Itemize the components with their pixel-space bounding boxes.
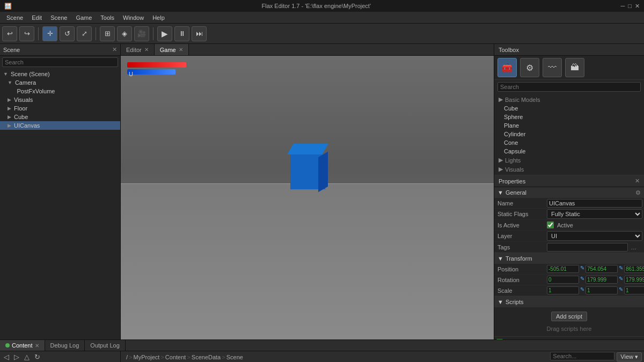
toolbox-item-sphere[interactable]: Sphere: [494, 113, 644, 121]
rot-z-input[interactable]: [624, 276, 644, 284]
scene-panel-close[interactable]: ✕: [112, 46, 117, 53]
breadcrumb-scene[interactable]: Scene: [226, 354, 243, 360]
content-view-button[interactable]: View ▾: [617, 352, 642, 361]
toolbar-step[interactable]: ⏭: [192, 26, 207, 41]
toolbar-snap[interactable]: ◈: [117, 26, 132, 41]
layer-dropdown[interactable]: UI: [547, 231, 642, 241]
scale-z-input[interactable]: [624, 286, 644, 294]
toolbar-undo[interactable]: ↩: [2, 26, 17, 41]
scale-x-arrow[interactable]: ✎: [580, 286, 584, 294]
breadcrumb-content[interactable]: Content: [165, 354, 186, 360]
static-flags-dropdown[interactable]: Fully Static: [547, 209, 642, 219]
tree-item-floor[interactable]: ▶ Floor: [0, 104, 120, 113]
toolbar-redo[interactable]: ↪: [19, 26, 34, 41]
toolbar-pause[interactable]: ⏸: [174, 26, 189, 41]
scripts-section-header[interactable]: ▼ Scripts: [494, 297, 644, 307]
tree-item-camera[interactable]: ▼ Camera: [0, 78, 120, 87]
menu-window[interactable]: Window: [119, 14, 148, 21]
toolbox-item-cone[interactable]: Cone: [494, 138, 644, 147]
bottom-tab-content-close[interactable]: ✕: [35, 343, 39, 349]
menu-game[interactable]: Game: [71, 14, 96, 21]
toolbox-category-visuals[interactable]: ▶ Visuals: [494, 165, 644, 174]
rot-x-input[interactable]: [547, 276, 579, 284]
toolbar-move[interactable]: ✛: [42, 26, 57, 41]
general-gear[interactable]: ⚙: [635, 189, 641, 196]
prop-name-value[interactable]: [545, 198, 644, 208]
toolbar-play[interactable]: ▶: [157, 26, 172, 41]
breadcrumb-root[interactable]: /: [126, 354, 128, 360]
file-refresh-btn[interactable]: ↻: [33, 353, 42, 361]
toolbox-category-lights[interactable]: ▶ Lights: [494, 156, 644, 165]
minimize-button[interactable]: ─: [621, 3, 625, 10]
menu-scene[interactable]: Scene: [2, 14, 27, 21]
file-back-btn[interactable]: ◁: [2, 353, 11, 361]
breadcrumb-myproject[interactable]: MyProject: [134, 354, 160, 360]
toolbar-grid[interactable]: ⊞: [100, 26, 115, 41]
pos-x-input[interactable]: [547, 265, 579, 273]
toolbox-icon-models[interactable]: 🧰: [497, 58, 517, 77]
transform-section-header[interactable]: ▼ Transform: [494, 253, 644, 264]
toolbar-scale[interactable]: ⤢: [77, 26, 92, 41]
tab-game[interactable]: Game ✕: [155, 44, 189, 55]
toolbox-item-plane[interactable]: Plane: [494, 121, 644, 130]
pos-x-arrow[interactable]: ✎: [580, 265, 584, 273]
toolbox-icon-terrain[interactable]: 🏔: [565, 58, 584, 77]
breadcrumb-scenedata[interactable]: SceneData: [192, 354, 221, 360]
tree-item-scene[interactable]: ▼ Scene (Scene): [0, 70, 120, 78]
tags-input[interactable]: [547, 243, 628, 252]
toolbox-item-capsule[interactable]: Capsule: [494, 147, 644, 156]
toolbox-item-cube[interactable]: Cube: [494, 104, 644, 113]
toolbar: ↩ ↪ ✛ ↺ ⤢ ⊞ ◈ 🎥 ▶ ⏸ ⏭: [0, 24, 644, 44]
tab-editor[interactable]: Editor ✕: [121, 44, 155, 55]
tags-expand[interactable]: …: [631, 244, 636, 250]
scale-y-input[interactable]: [586, 286, 618, 294]
ui-render-gear-1[interactable]: ⚙: [636, 338, 642, 339]
content-search-input[interactable]: [550, 352, 614, 360]
toolbox-search-input[interactable]: [497, 82, 641, 92]
rot-y-input[interactable]: [586, 276, 618, 284]
menu-help[interactable]: Help: [148, 14, 169, 21]
properties-close[interactable]: ✕: [635, 178, 640, 184]
ui-render-check-1[interactable]: [496, 339, 503, 340]
add-script-button[interactable]: Add script: [551, 312, 587, 321]
tree-item-visuals[interactable]: ▶ Visuals: [0, 95, 120, 104]
file-up-btn[interactable]: △: [23, 353, 31, 361]
toolbar-camera[interactable]: 🎥: [134, 26, 149, 41]
toolbox-icon-tools[interactable]: ⚙: [520, 58, 539, 77]
toolbox-category-basic-models[interactable]: ▶ Basic Models: [494, 95, 644, 104]
menu-scene2[interactable]: Scene: [46, 14, 71, 21]
bottom-tab-debug[interactable]: Debug Log: [45, 340, 85, 351]
name-input[interactable]: [547, 199, 642, 208]
tab-editor-close[interactable]: ✕: [144, 47, 149, 53]
tree-item-cube[interactable]: ▶ Cube: [0, 113, 120, 121]
pos-z-input[interactable]: [624, 265, 644, 273]
tab-game-close[interactable]: ✕: [179, 47, 183, 53]
titlebar-controls[interactable]: ─ □ ✕: [621, 3, 640, 10]
scale-x-input[interactable]: [547, 286, 579, 294]
pos-y-input[interactable]: [586, 265, 618, 273]
prop-active-value: Active: [545, 221, 644, 229]
prop-layer-value[interactable]: UI: [545, 231, 644, 241]
scale-y-arrow[interactable]: ✎: [619, 286, 623, 294]
pos-y-arrow[interactable]: ✎: [619, 265, 623, 273]
maximize-button[interactable]: □: [628, 3, 632, 10]
toolbar-rotate[interactable]: ↺: [60, 26, 75, 41]
scene-search-input[interactable]: [2, 57, 118, 67]
toolbox-item-cylinder[interactable]: Cylinder: [494, 130, 644, 138]
prop-tags-value[interactable]: …: [545, 242, 644, 252]
toolbox-icon-curves[interactable]: 〰: [543, 58, 562, 77]
viewport[interactable]: U: [121, 56, 494, 339]
general-section-header[interactable]: ▼ General ⚙: [494, 187, 644, 198]
is-active-checkbox[interactable]: [547, 221, 554, 228]
rot-y-arrow[interactable]: ✎: [619, 276, 623, 284]
menu-tools[interactable]: Tools: [96, 14, 119, 21]
tree-item-uicanvas[interactable]: ▶ UICanvas: [0, 121, 120, 130]
menu-edit[interactable]: Edit: [27, 14, 46, 21]
prop-static-value[interactable]: Fully Static: [545, 209, 644, 219]
close-button[interactable]: ✕: [635, 3, 640, 10]
bottom-tab-output[interactable]: Output Log: [85, 340, 125, 351]
bottom-tab-content[interactable]: Content ✕: [0, 340, 45, 351]
file-forward-btn[interactable]: ▷: [12, 353, 21, 361]
rot-x-arrow[interactable]: ✎: [580, 276, 584, 284]
tree-item-postfx[interactable]: PostFxVolume: [0, 87, 120, 95]
